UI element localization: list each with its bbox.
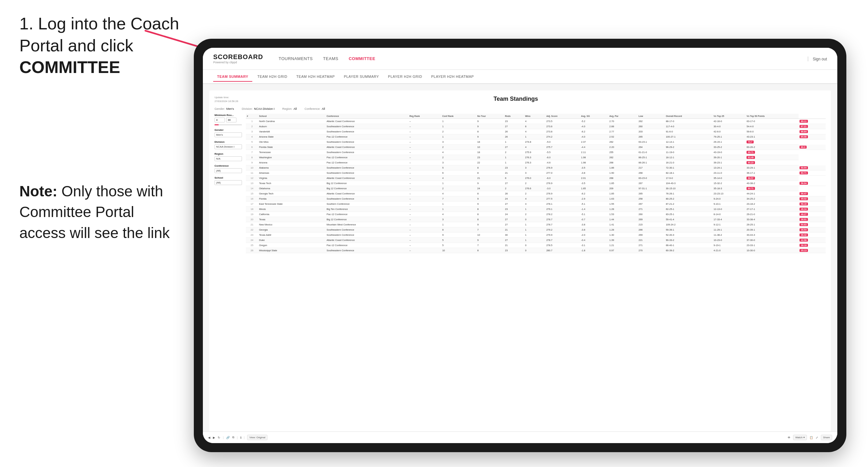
conference-select[interactable]: (All) xyxy=(215,168,242,173)
toolbar-clip[interactable]: 📋 xyxy=(809,436,813,437)
table-cell: 262 xyxy=(608,155,637,160)
table-cell: 4-21-0 xyxy=(713,248,746,253)
table-cell: 60-26-2 xyxy=(746,145,799,150)
division-select[interactable]: NCAA Division I xyxy=(215,144,242,149)
table-cell: 30-4-0 xyxy=(713,124,746,129)
table-cell: 264 xyxy=(638,145,665,150)
table-cell: 3 xyxy=(246,129,258,134)
region-select[interactable]: N/A xyxy=(215,156,242,161)
table-cell: 1.63 xyxy=(608,196,637,201)
toolbar-refresh[interactable]: ↻ xyxy=(218,436,220,437)
toolbar-forward[interactable]: ▶ xyxy=(213,436,215,437)
table-cell: 1 xyxy=(441,134,476,139)
table-cell: 9 xyxy=(476,181,504,186)
table-cell: 8 xyxy=(476,248,504,253)
table-cell: – xyxy=(408,150,441,155)
toolbar-share-link[interactable]: 🔗 xyxy=(226,436,230,437)
nav-item-committee[interactable]: COMMITTEE xyxy=(348,55,375,62)
table-cell: 0 xyxy=(524,248,546,253)
table-cell: 24 xyxy=(504,212,524,217)
gender-filter: Gender: Men's xyxy=(215,107,234,111)
col-low: Low xyxy=(638,114,665,119)
table-cell: 278.7 xyxy=(545,217,580,222)
table-cell: 3 xyxy=(524,170,546,176)
min-input-2[interactable] xyxy=(226,118,237,122)
school-select[interactable]: (All) xyxy=(215,180,242,185)
min-input-1[interactable] xyxy=(215,118,225,122)
sub-nav-team-h2h-heatmap[interactable]: TEAM H2H HEATMAP xyxy=(292,72,339,81)
table-cell: 2.11 xyxy=(580,150,608,155)
tablet-device: SCOREBOARD Powered by clippd TOURNAMENTS… xyxy=(194,39,846,452)
table-cell: 23 xyxy=(476,155,504,160)
table-cell: 33-25-2 xyxy=(713,145,746,150)
table-row: 25OregonPac-12 Conference–57210278.5-3.1… xyxy=(246,243,826,248)
division-group: Division NCAA Division I xyxy=(215,141,242,149)
table-cell: 35-18-3 xyxy=(713,186,746,191)
nav-item-tournaments[interactable]: TOURNAMENTS xyxy=(278,55,313,62)
sub-nav: TEAM SUMMARY TEAM H2H GRID TEAM H2H HEAT… xyxy=(203,70,837,84)
table-cell: 46.34 xyxy=(799,207,826,212)
table-cell: 4 xyxy=(524,129,546,134)
table-cell: Illinois xyxy=(258,207,326,212)
sub-nav-team-summary[interactable]: TEAM SUMMARY xyxy=(213,72,252,82)
table-cell: Pac-12 Conference xyxy=(326,212,408,217)
toolbar-view-original[interactable]: View: Original xyxy=(247,435,268,437)
table-cell: -6.2 xyxy=(580,129,608,134)
sub-nav-player-summary[interactable]: PLAYER SUMMARY xyxy=(340,72,383,81)
table-cell: 10 xyxy=(246,165,258,170)
table-cell: 88-17-0 xyxy=(665,119,713,124)
table-cell: 209 xyxy=(608,186,637,191)
toolbar-back[interactable]: ◀ xyxy=(209,436,210,437)
table-cell: 221 xyxy=(638,238,665,243)
table-cell: 27 xyxy=(504,238,524,243)
sign-out-button[interactable]: Sign out xyxy=(813,57,827,61)
table-cell: 48.27 xyxy=(799,212,826,217)
table-cell: 96-29-2 xyxy=(665,145,713,150)
table-cell: 24 xyxy=(504,196,524,201)
table-cell: 255 xyxy=(608,150,637,155)
table-cell: Big 12 Conference xyxy=(326,186,408,191)
table-cell: 22 xyxy=(246,227,258,232)
table-cell: 86-25-1 xyxy=(638,155,665,160)
table-cell: 271 xyxy=(638,207,665,212)
toolbar-watch[interactable]: Watch ▾ xyxy=(793,435,807,437)
table-cell: 35.13 xyxy=(799,248,826,253)
table-cell: New Mexico xyxy=(258,222,326,227)
gender-select[interactable]: Men's xyxy=(215,132,242,137)
sub-nav-player-h2h-grid[interactable]: PLAYER H2H GRID xyxy=(384,72,426,81)
table-cell: 8 xyxy=(476,191,504,196)
table-cell: 270 xyxy=(638,248,665,253)
toolbar-copy[interactable]: ⧉ xyxy=(232,436,234,437)
table-cell: 2 xyxy=(441,155,476,160)
sub-nav-player-h2h-heatmap[interactable]: PLAYER H2H HEATMAP xyxy=(427,72,478,81)
table-cell: 260 xyxy=(638,124,665,129)
standings-table: # School Conference Reg Rank Conf Rank N… xyxy=(246,114,826,253)
toolbar-share[interactable]: Share xyxy=(821,435,831,437)
table-cell: Southern Conference xyxy=(326,201,408,207)
app-header: SCOREBOARD Powered by clippd TOURNAMENTS… xyxy=(203,48,837,70)
instruction-area: 1. Log into the Coach Portal and click C… xyxy=(20,13,194,85)
table-cell: 278.7 xyxy=(545,238,580,243)
table-row: 9ArizonaPac-12 Conference–3221276.3-4.61… xyxy=(246,160,826,165)
col-school: School xyxy=(258,114,326,119)
table-cell: 18 xyxy=(476,139,504,145)
nav-item-teams[interactable]: TEAMS xyxy=(323,55,338,62)
table-cell: 9 xyxy=(246,160,258,165)
table-cell: 4 xyxy=(441,191,476,196)
table-cell: -5.1 xyxy=(580,212,608,217)
main-content: Update time: 27/03/2024 16:56:26 Team St… xyxy=(203,84,837,443)
table-cell: Big 12 Conference xyxy=(326,217,408,222)
table-header-row: # School Conference Reg Rank Conf Rank N… xyxy=(246,114,826,119)
toolbar-expand[interactable]: ⤢ xyxy=(816,436,818,437)
table-cell: 23 xyxy=(504,119,524,124)
table-cell: 274.8 xyxy=(524,139,546,145)
table-cell: 4 xyxy=(441,176,476,181)
table-row: 13Texas TechBig 12 Conference–19272276.9… xyxy=(246,181,826,186)
sub-nav-team-h2h-grid[interactable]: TEAM H2H GRID xyxy=(254,72,291,81)
table-cell: 42-6-0 xyxy=(713,129,746,134)
toolbar-info[interactable]: ℹ xyxy=(240,436,241,437)
col-conf-rank: Conf Rank xyxy=(441,114,476,119)
table-cell: – xyxy=(408,248,441,253)
table-row: 16FloridaSoutheastern Conference–7924427… xyxy=(246,196,826,201)
table-cell: 9 xyxy=(476,238,504,243)
